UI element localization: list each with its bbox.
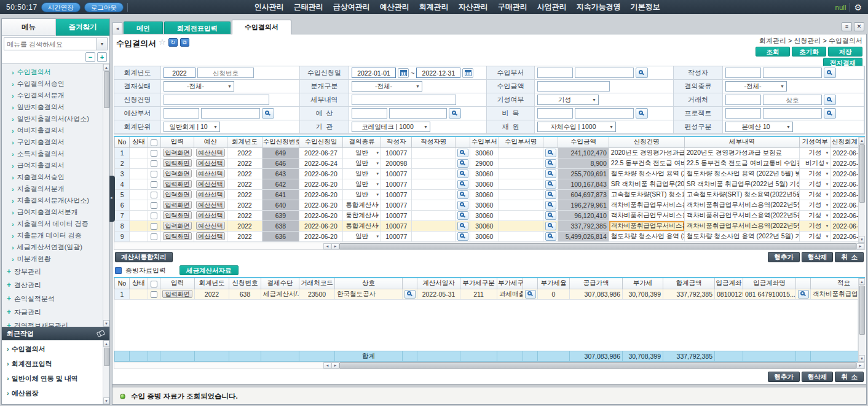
completion-cell-select[interactable]: 비기성▼ [800, 158, 831, 168]
completion-cell-select[interactable]: 기성▼ [800, 231, 831, 241]
decision-type-cell-select[interactable]: 일반▼ [342, 147, 381, 158]
sidebar-menu-item[interactable]: 경영정보재무관리 [2, 319, 103, 327]
request-name-cell[interactable]: 22.5 동부건축 전도금 여비... [609, 158, 684, 168]
budget-select-button[interactable]: 예산선택 [196, 211, 225, 219]
scroll-right-icon[interactable]: ► [331, 362, 339, 369]
decision-type-cell-select[interactable]: 통합계산서▼ [342, 221, 381, 231]
request-name-input[interactable] [164, 95, 269, 105]
search-icon[interactable] [545, 222, 556, 230]
search-icon[interactable] [545, 190, 556, 199]
input-screen-button[interactable]: 입력화면 [163, 180, 192, 188]
search-icon[interactable] [545, 170, 556, 178]
sidebar-menu-item[interactable]: 수입결의서 [2, 66, 103, 78]
sidebar-menu-item[interactable]: 지출결의서분개 [2, 183, 103, 195]
scroll-up-icon[interactable]: ▲ [103, 64, 109, 71]
scroll-right-icon[interactable]: ► [856, 243, 864, 249]
search-icon[interactable] [457, 201, 468, 209]
income-dept-name-input[interactable] [575, 68, 634, 78]
sidebar-menu-item[interactable]: 장부관리 [2, 265, 103, 278]
decision-type-cell-select[interactable]: 통합계산서▼ [342, 210, 381, 221]
scroll-thumb[interactable] [339, 362, 856, 369]
fiscal-year-input[interactable] [164, 68, 195, 78]
sidebar-menu-item[interactable]: 지출결의서 데이터 검증 [2, 218, 103, 230]
request-name-cell[interactable]: 객차비품취급업무서비스용... [609, 200, 684, 210]
date-to-input[interactable] [416, 68, 460, 78]
table-row[interactable]: 2 입력화면 예산선택 2022 646 2022-06-24 일반▼ [115, 158, 859, 168]
scrollbar-vertical[interactable]: ▲ ▼ [858, 137, 865, 243]
row-checkbox[interactable] [151, 192, 157, 198]
sidebar-menu-item[interactable]: 급여지출결의서 [2, 160, 103, 171]
sidebar-menu-item[interactable]: 지출결의서승인 [2, 171, 103, 183]
income-dept-code-input[interactable] [537, 68, 573, 78]
budget-select-button[interactable]: 예산선택 [196, 149, 225, 157]
budget-select-button[interactable]: 예산선택 [196, 180, 225, 188]
sidebar-menu-item[interactable]: 소득지출결의서 [2, 148, 103, 160]
request-no-input[interactable] [197, 68, 254, 78]
select-all-checkbox[interactable] [151, 139, 157, 146]
table-row[interactable]: 8 입력화면 예산선택 2022 638 2022-06-20 통합계산서▼ [115, 221, 859, 231]
input-screen-button[interactable]: 입력화면 [163, 149, 192, 157]
decision-type-cell-select[interactable]: 일반▼ [342, 168, 381, 179]
input-screen-button[interactable]: 입력화면 [163, 170, 192, 178]
completion-cell-select[interactable]: 기성▼ [800, 200, 831, 210]
search-icon[interactable] [457, 159, 468, 168]
row-checkbox[interactable] [151, 223, 157, 230]
vendor-code-input[interactable] [725, 95, 761, 105]
tab-scroll-left-button[interactable]: ◄ [112, 22, 122, 34]
scrollbar-vertical[interactable]: ▲ ▼ [103, 64, 109, 327]
sidebar-menu-item[interactable]: 수입결의서분개 [2, 90, 103, 101]
sidebar-menu-item[interactable]: 결산관리 [2, 278, 103, 292]
scroll-right-icon[interactable]: ► [331, 243, 339, 249]
row-checkbox[interactable] [151, 202, 157, 209]
search-icon[interactable] [262, 108, 274, 119]
date-from-input[interactable] [352, 68, 396, 78]
scroll-thumb[interactable] [104, 71, 109, 108]
sidebar-collapse-handle[interactable] [109, 176, 115, 222]
search-button[interactable]: 조회 [756, 47, 790, 57]
request-name-cell[interactable]: 철도차량 청소사업 용역 (2... [609, 231, 684, 241]
expense-item-code-input[interactable] [537, 108, 573, 119]
sidebar-menu-item[interactable]: 세금계산서연결(일괄) [2, 241, 103, 253]
input-screen-button[interactable]: 입력화면 [162, 290, 192, 298]
save-button[interactable]: 저장 [828, 47, 862, 57]
sidebar-menu-item[interactable]: 급여지출결의서분개 [2, 206, 103, 218]
sidebar-menu-item[interactable]: 미분개현황 [2, 253, 103, 265]
request-name-cell[interactable]: 철도차량 청소사업 용역 (2... [609, 168, 684, 179]
tax-invoice-button[interactable]: 세금계산서자료 [180, 265, 239, 275]
scrollbar-vertical[interactable]: ▲ ▼ [858, 278, 865, 362]
row-checkbox[interactable] [151, 181, 157, 188]
row-checkbox[interactable] [151, 291, 157, 298]
budget-select-button[interactable]: 예산선택 [196, 159, 225, 167]
input-screen-button[interactable]: 입력화면 [163, 201, 192, 209]
decision-type-cell-select[interactable]: 일반▼ [342, 189, 381, 200]
vendor-name-input[interactable] [763, 95, 822, 105]
search-icon[interactable] [545, 232, 556, 241]
content-tab[interactable]: 수입결의서 [232, 20, 291, 34]
writer-code-input[interactable] [725, 68, 761, 78]
completion-cell-select[interactable]: 기성▼ [800, 210, 831, 221]
search-icon[interactable] [457, 149, 468, 157]
table-row[interactable]: 5 입력화면 예산선택 2022 641 2022-06-20 일반▼ [115, 189, 859, 200]
clear-recent-icon[interactable] [97, 330, 105, 337]
input-screen-button[interactable]: 입력화면 [163, 159, 192, 167]
scroll-up-icon[interactable]: ▲ [859, 137, 865, 144]
content-tab[interactable]: 회계전표입력 [164, 21, 231, 34]
decision-type-cell-select[interactable]: 일반▼ [342, 179, 381, 189]
scroll-thumb[interactable] [339, 243, 856, 249]
expand-all-button[interactable]: + [97, 52, 107, 62]
project-name-input[interactable] [763, 108, 822, 119]
collapse-all-button[interactable]: − [85, 52, 95, 62]
invoice-merge-button[interactable]: 계산서통합처리 [115, 252, 173, 262]
recent-task-item[interactable]: 예산원장 [2, 386, 103, 400]
budget-class-select[interactable]: 본예산 10▼ [725, 122, 793, 132]
scroll-down-icon[interactable]: ▼ [859, 236, 865, 243]
sidebar-tab-favorites[interactable]: 즐겨찾기 [56, 19, 109, 36]
select-all-checkbox[interactable] [151, 281, 157, 287]
scroll-up-icon[interactable]: ▲ [859, 278, 865, 285]
row-checkbox[interactable] [151, 171, 157, 178]
request-name-cell[interactable]: 2020년도 경영평가성과급 ... [609, 147, 684, 158]
search-icon[interactable] [457, 232, 468, 241]
global-nav-item[interactable]: 구매관리 [498, 2, 527, 12]
scrollbar-horizontal[interactable]: ◄ ► ► [114, 362, 865, 369]
scrollbar-horizontal[interactable]: ◄ ► ► [114, 243, 865, 250]
